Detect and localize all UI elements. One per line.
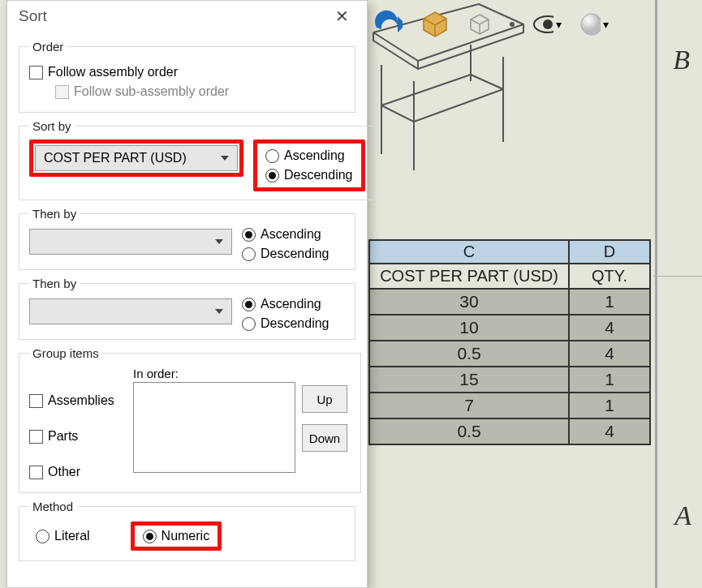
checkbox-label: Follow sub-assembly order	[74, 84, 229, 99]
sheet-border	[655, 0, 657, 588]
radio-icon	[242, 228, 256, 242]
table-cell[interactable]: 1	[569, 367, 650, 393]
thenby2-legend: Then by	[29, 277, 80, 290]
chevron-down-icon	[215, 309, 223, 314]
inorder-label: In order:	[133, 367, 295, 380]
thenby1-combo[interactable]	[29, 229, 232, 255]
toolbar-separator	[510, 22, 515, 27]
dialog-titlebar[interactable]: Sort ✕	[7, 1, 367, 32]
sortby-combo[interactable]: COST PER PART (USD)	[35, 145, 238, 171]
radio-label: Ascending	[284, 148, 345, 163]
checkbox-icon	[29, 394, 43, 408]
numeric-radio[interactable]: Numeric	[143, 529, 210, 543]
radio-label: Descending	[284, 168, 353, 182]
thenby2-ascending-radio[interactable]: Ascending	[242, 297, 329, 311]
chevron-down-icon	[221, 156, 229, 161]
table-cell[interactable]: 0.5	[369, 341, 569, 367]
radio-icon	[265, 149, 279, 163]
literal-radio[interactable]: Literal	[36, 529, 90, 543]
method-group: Method Literal Numeric	[19, 500, 355, 561]
appearance-sphere-icon[interactable]: ▾	[579, 10, 609, 39]
chevron-down-icon	[215, 239, 223, 244]
radio-label: Literal	[54, 529, 90, 543]
combo-value: COST PER PART (USD)	[44, 151, 187, 165]
sort-direction-highlight: Ascending Descending	[253, 139, 365, 191]
col-header-d[interactable]: D	[569, 240, 650, 264]
thenby1-ascending-radio[interactable]: Ascending	[242, 227, 329, 242]
radio-icon	[242, 298, 256, 311]
checkbox-label: Other	[48, 465, 80, 479]
table-cell[interactable]: 30	[369, 289, 569, 315]
subheader-qty[interactable]: QTY.	[569, 264, 650, 289]
sortby-legend: Sort by	[29, 119, 75, 133]
parts-checkbox[interactable]: Parts	[29, 429, 127, 444]
table-cell[interactable]: 15	[369, 367, 569, 393]
radio-icon	[242, 247, 256, 261]
zone-label-a: A	[674, 500, 691, 531]
group-legend: Group items	[29, 346, 102, 360]
svg-point-9	[543, 19, 553, 29]
checkbox-icon	[55, 85, 69, 99]
radio-icon	[36, 530, 50, 543]
subheader-cost[interactable]: COST PER PART (USD)	[369, 264, 569, 289]
radio-label: Ascending	[261, 297, 321, 311]
package-icon[interactable]	[420, 10, 450, 39]
checkbox-icon	[29, 466, 43, 479]
thenby1-descending-radio[interactable]: Descending	[242, 247, 329, 261]
radio-icon	[242, 317, 256, 331]
radio-icon	[265, 169, 279, 182]
other-checkbox[interactable]: Other	[29, 465, 127, 479]
assemblies-checkbox[interactable]: Assemblies	[29, 393, 127, 408]
thenby2-descending-radio[interactable]: Descending	[242, 316, 329, 331]
thenby1-group: Then by Ascending Descending	[19, 207, 355, 270]
radio-label: Numeric	[162, 529, 210, 543]
group-items-group: Group items In order: Assemblies Parts	[19, 346, 361, 493]
method-legend: Method	[29, 500, 76, 513]
radio-label: Ascending	[261, 227, 321, 242]
table-cell[interactable]: 0.5	[369, 418, 569, 444]
checkbox-label: Parts	[48, 429, 78, 444]
dialog-title: Sort	[19, 7, 327, 25]
col-header-c[interactable]: C	[369, 240, 569, 264]
sortby-highlight: COST PER PART (USD)	[29, 139, 243, 177]
radio-label: Descending	[261, 247, 329, 261]
order-legend: Order	[29, 40, 67, 54]
order-listbox[interactable]	[133, 382, 295, 473]
sort-dialog: Sort ✕ Order Follow assembly order Follo…	[6, 0, 368, 588]
table-cell[interactable]: 1	[569, 393, 650, 418]
bom-table[interactable]: C D COST PER PART (USD) QTY. 301 104 0.5…	[368, 239, 651, 445]
method-highlight: Numeric	[131, 521, 222, 551]
redo-icon[interactable]	[373, 10, 403, 39]
table-cell[interactable]: 1	[569, 289, 650, 315]
table-cell[interactable]: 7	[369, 393, 569, 418]
cube-outline-icon[interactable]	[467, 12, 492, 36]
order-group: Order Follow assembly order Follow sub-a…	[19, 40, 355, 113]
radio-icon	[143, 530, 157, 543]
svg-point-10	[581, 14, 601, 35]
descending-radio[interactable]: Descending	[265, 168, 353, 182]
table-cell[interactable]: 4	[569, 315, 650, 341]
checkbox-icon	[29, 66, 43, 79]
thenby1-legend: Then by	[29, 207, 80, 221]
close-icon[interactable]: ✕	[327, 3, 357, 29]
table-cell[interactable]: 4	[569, 341, 650, 367]
follow-subassembly-checkbox: Follow sub-assembly order	[55, 84, 345, 99]
checkbox-label: Assemblies	[48, 393, 114, 408]
checkbox-label: Follow assembly order	[48, 65, 178, 79]
table-cell[interactable]: 10	[369, 315, 569, 341]
sortby-group: Sort by COST PER PART (USD) Ascending	[19, 119, 376, 200]
sheet-center-mark	[653, 276, 702, 277]
visibility-eye-icon[interactable]: ▾	[532, 10, 562, 39]
down-button[interactable]: Down	[302, 424, 347, 452]
view-toolbar: ▾ ▾	[373, 10, 609, 39]
table-cell[interactable]: 4	[569, 418, 650, 444]
thenby2-group: Then by Ascending Descending	[19, 277, 355, 340]
ascending-radio[interactable]: Ascending	[265, 148, 353, 163]
thenby2-combo[interactable]	[29, 298, 232, 324]
radio-label: Descending	[261, 316, 329, 331]
zone-label-b: B	[673, 45, 690, 75]
up-button[interactable]: Up	[302, 385, 347, 413]
follow-assembly-checkbox[interactable]: Follow assembly order	[29, 65, 345, 79]
checkbox-icon	[29, 430, 43, 444]
